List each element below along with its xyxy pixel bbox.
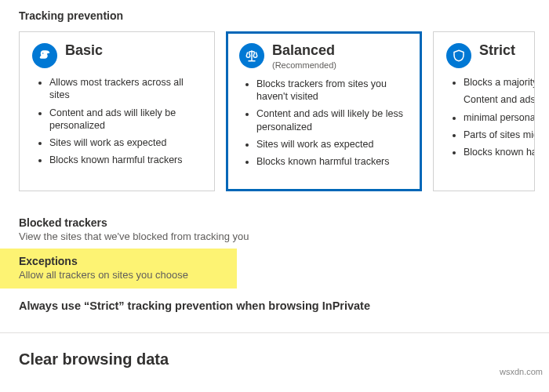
card-title: Strict xyxy=(479,43,515,59)
card-head: Balanced (Recommended) xyxy=(239,43,409,70)
card-head: Basic xyxy=(32,43,202,68)
card-bullets: Blocks a majority of t Content and ads w… xyxy=(446,76,522,158)
card-basic[interactable]: Basic Allows most trackers across all si… xyxy=(19,31,215,191)
bullet: Sites will work as expected xyxy=(256,138,409,151)
clear-browsing-data-title: Clear browsing data xyxy=(19,350,549,368)
bullet: Blocks known harmful trackers xyxy=(49,154,202,166)
bullet: Blocks known harmful trackers xyxy=(256,155,409,168)
card-title: Balanced xyxy=(272,43,336,59)
row-desc: View the sites that we've blocked from t… xyxy=(19,230,549,242)
bullet: Blocks a majority of t xyxy=(464,76,522,89)
card-head: Strict xyxy=(446,43,522,68)
row-desc: Allow all trackers on sites you choose xyxy=(19,269,226,281)
bullet: Content and ads will xyxy=(446,93,522,106)
bullet: Blocks trackers from sites you haven't v… xyxy=(256,78,409,103)
bullet: Parts of sites might n xyxy=(464,129,522,141)
row-title: Exceptions xyxy=(19,255,226,267)
squirrel-icon xyxy=(32,43,57,68)
shield-icon xyxy=(446,43,471,68)
exceptions-row[interactable]: Exceptions Allow all trackers on sites y… xyxy=(0,249,237,289)
bullet: Content and ads will likely be less pers… xyxy=(256,107,409,133)
bullet: Content and ads will likely be personali… xyxy=(49,107,202,132)
row-title: Blocked trackers xyxy=(19,216,549,229)
bullet: minimal personalizati xyxy=(464,111,522,124)
section-title: Tracking prevention xyxy=(19,9,549,22)
blocked-trackers-row[interactable]: Blocked trackers View the sites that we'… xyxy=(19,209,549,249)
row-title: Always use “Strict” tracking prevention … xyxy=(19,299,549,312)
bullet: Blocks known harmfu xyxy=(464,146,522,158)
tracking-level-cards: Basic Allows most trackers across all si… xyxy=(19,31,549,191)
watermark: wsxdn.com xyxy=(500,367,543,376)
always-strict-inprivate-row[interactable]: Always use “Strict” tracking prevention … xyxy=(19,292,549,318)
card-bullets: Blocks trackers from sites you haven't v… xyxy=(239,78,409,169)
card-strict[interactable]: Strict Blocks a majority of t Content an… xyxy=(433,31,535,191)
bullet: Sites will work as expected xyxy=(49,136,202,149)
card-bullets: Allows most trackers across all sites Co… xyxy=(32,76,202,167)
card-title: Basic xyxy=(65,43,103,59)
scales-icon xyxy=(239,43,264,68)
bullet: Allows most trackers across all sites xyxy=(49,76,202,102)
divider xyxy=(0,332,549,333)
card-subtitle: (Recommended) xyxy=(272,60,336,70)
card-balanced[interactable]: Balanced (Recommended) Blocks trackers f… xyxy=(226,31,422,191)
